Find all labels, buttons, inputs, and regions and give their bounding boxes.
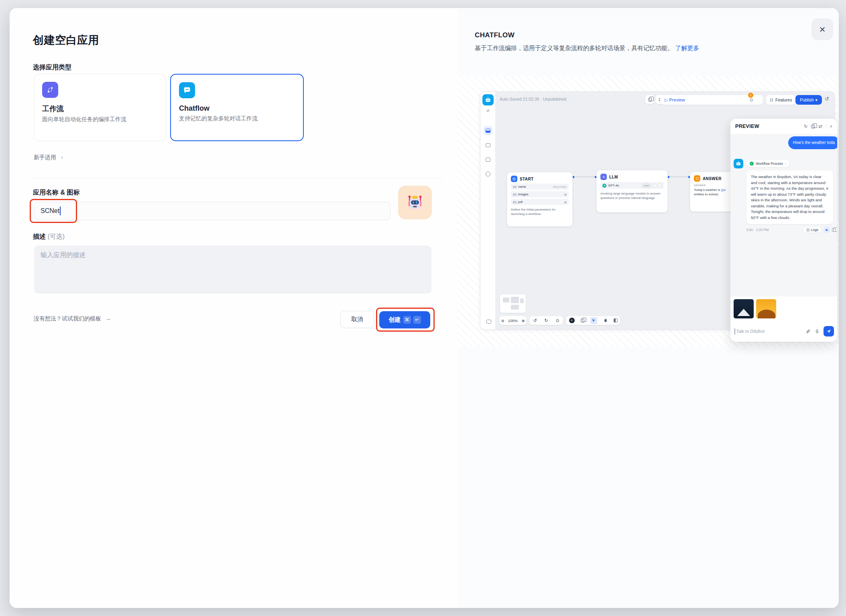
- workflow-card-title: 工作流: [42, 104, 158, 113]
- create-button[interactable]: 创建 ⌘ ↵: [379, 311, 430, 328]
- swap-icon[interactable]: ⇄: [818, 124, 822, 129]
- history-icon[interactable]: ⊙: [555, 318, 559, 323]
- export-icon: [648, 98, 652, 101]
- restart-icon[interactable]: ↻: [804, 124, 807, 129]
- features-label: Features: [775, 97, 792, 102]
- panel-icon: [486, 320, 491, 324]
- attachment-thumbnail-sunset[interactable]: [756, 299, 776, 318]
- cmd-key-icon: ⌘: [403, 316, 411, 324]
- zoom-control[interactable]: ⊖ 100% ⊕: [499, 316, 527, 325]
- field-name: pdf: [518, 200, 523, 204]
- canvas-minimap[interactable]: [500, 294, 526, 313]
- zoom-out-icon[interactable]: ⊖: [501, 318, 504, 323]
- send-icon: [826, 329, 831, 334]
- llm-node[interactable]: LLM ✦ GPT-4o CHAT Invoking large languag…: [596, 170, 668, 213]
- app-type-card-chatflow[interactable]: Chatflow 支持记忆的复杂多轮对话工作流: [170, 74, 304, 141]
- home-icon: [511, 176, 517, 182]
- edge-llm-answer: [668, 176, 689, 177]
- edge-start-llm: [573, 176, 596, 177]
- mountain-image: [737, 309, 750, 316]
- editor-export-button[interactable]: [645, 95, 654, 104]
- create-button-label: 创建: [389, 316, 401, 324]
- cursor-icon: [592, 318, 596, 322]
- workflow-card-desc: 面向单轮自动化任务的编排工作流: [42, 116, 158, 123]
- version-history-icon[interactable]: ↺: [825, 96, 829, 102]
- chat-panel-header: PREVIEW ↻ ⇄ ×: [730, 119, 837, 134]
- microphone-icon[interactable]: [815, 329, 820, 334]
- copy-icon[interactable]: [832, 228, 836, 232]
- chat-close-icon[interactable]: ×: [830, 124, 832, 129]
- dialog-right-pane: × CHATFLOW 基于工作流编排，适用于定义等复杂流程的多轮对话场景，具有记…: [458, 8, 839, 608]
- redo-icon[interactable]: ↻: [544, 318, 548, 323]
- attachment-thumbnail-mountain[interactable]: [734, 299, 754, 318]
- beginner-link[interactable]: 新手适用 ›: [34, 154, 63, 161]
- note-icon[interactable]: [581, 319, 584, 322]
- canvas-tools: +: [566, 316, 620, 325]
- input-caret: [734, 328, 735, 334]
- orchestrate-icon: [486, 129, 490, 133]
- editor-switch-icon[interactable]: ⇄: [480, 109, 496, 113]
- description-optional-text: (可选): [47, 233, 65, 240]
- success-check-icon: ✓: [750, 162, 754, 166]
- zoom-level: 100%: [508, 318, 518, 323]
- chatflow-icon: [179, 82, 195, 98]
- logs-icon: [806, 228, 810, 232]
- chatflow-card-desc: 支持记忆的复杂多轮对话工作流: [179, 115, 295, 122]
- create-app-dialog: 创建空白应用 选择应用类型 工作流 面向单轮自动化任务的编排工作流: [10, 8, 839, 608]
- llm-model-row: ✦ GPT-4o CHAT: [600, 182, 664, 189]
- description-label-text: 描述: [33, 233, 46, 240]
- model-name: GPT-4o: [608, 184, 619, 187]
- answer-text-line2: entities to extract.: [694, 192, 719, 196]
- send-button[interactable]: [824, 326, 834, 336]
- message-timestamp: 5.6s · 1:20 PM: [746, 228, 769, 232]
- llm-node-desc: Invoking large language models to answer…: [600, 191, 664, 200]
- variable-icon: (x): [513, 185, 517, 188]
- publish-button[interactable]: Publish ▾: [795, 95, 822, 105]
- app-type-card-workflow[interactable]: 工作流 面向单轮自动化任务的编排工作流: [34, 74, 166, 141]
- compass-icon: [486, 172, 490, 176]
- app-icon-picker[interactable]: [398, 186, 432, 219]
- editor-terminal-tab-icon[interactable]: [484, 141, 492, 150]
- app-type-section-label: 选择应用类型: [33, 63, 71, 72]
- speaker-button[interactable]: [824, 227, 830, 233]
- close-icon: ×: [819, 23, 825, 36]
- layout-icon[interactable]: [614, 318, 618, 322]
- app-name-label: 应用名称 & 图标: [33, 188, 79, 197]
- editor-logs-tab-icon[interactable]: [484, 155, 492, 164]
- hand-mode-button[interactable]: [603, 318, 608, 323]
- features-button[interactable]: Features: [766, 95, 795, 105]
- open-in-new-icon[interactable]: [811, 125, 815, 128]
- editor-orchestrate-tab-icon[interactable]: [484, 126, 492, 135]
- description-label: 描述 (可选): [33, 233, 65, 241]
- answer-node-title: ANSWER: [703, 176, 722, 181]
- editor-app-robot-icon[interactable]: [482, 94, 494, 105]
- chevron-right-icon: ›: [785, 162, 786, 166]
- workflow-process-toggle[interactable]: ✓ Workflow Process ›: [746, 160, 789, 167]
- chevron-right-icon: ›: [61, 154, 63, 160]
- answer-icon: [694, 175, 700, 182]
- app-name-input[interactable]: SCNet: [34, 202, 390, 220]
- field-name: name: [518, 185, 526, 188]
- preview-label: Preview: [669, 97, 685, 102]
- target-icon[interactable]: ⊙: [750, 97, 753, 103]
- start-node-desc: Define the initial parameters for launch…: [511, 207, 569, 216]
- attach-icon[interactable]: [805, 329, 811, 334]
- template-hint-link[interactable]: 没有想法？试试我们的模板 →: [34, 315, 111, 322]
- logs-button[interactable]: Logs: [803, 227, 822, 233]
- dialog-left-pane: 创建空白应用 选择应用类型 工作流 面向单轮自动化任务的编排工作流: [10, 8, 458, 608]
- editor-explore-tab-icon[interactable]: [484, 170, 492, 178]
- learn-more-link[interactable]: 了解更多: [675, 45, 699, 51]
- pointer-mode-button[interactable]: [590, 317, 597, 324]
- start-node[interactable]: START (x) name REQUIRED (x) images ▣ (x)…: [507, 172, 573, 227]
- speaker-icon: [825, 228, 829, 232]
- undo-icon[interactable]: ↺: [533, 318, 537, 323]
- chatflow-panel-description: 基于工作流编排，适用于定义等复杂流程的多轮对话场景，具有记忆功能。 了解更多: [475, 43, 706, 53]
- zoom-in-icon[interactable]: ⊕: [521, 318, 525, 323]
- dialog-close-button[interactable]: ×: [811, 18, 833, 40]
- run-preview-button[interactable]: ▷ Preview: [665, 97, 685, 103]
- cancel-button[interactable]: 取消: [340, 311, 374, 328]
- description-textarea[interactable]: [34, 245, 431, 294]
- editor-collapse-icon[interactable]: [484, 317, 493, 326]
- chat-input[interactable]: Talk to DifyBot: [736, 329, 765, 334]
- add-node-button[interactable]: +: [569, 318, 575, 323]
